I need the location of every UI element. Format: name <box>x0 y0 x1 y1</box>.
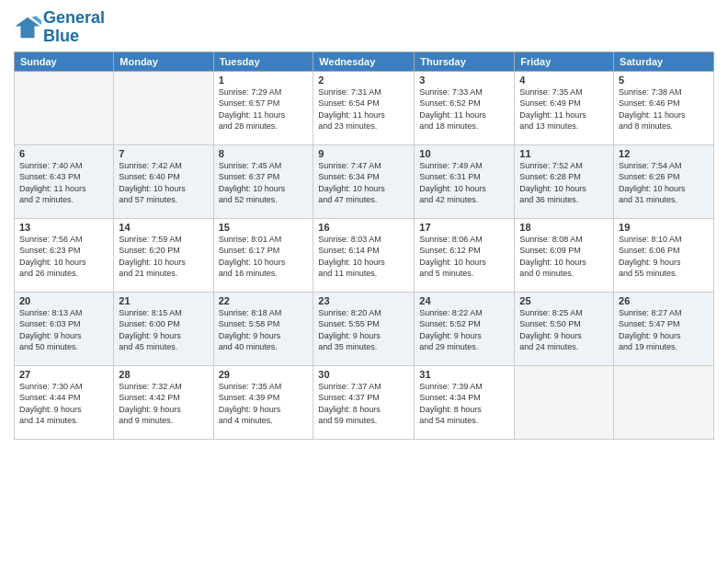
weekday-header-monday: Monday <box>114 52 213 71</box>
calendar-cell: 24Sunrise: 8:22 AM Sunset: 5:52 PM Dayli… <box>415 292 515 365</box>
day-info: Sunrise: 7:56 AM Sunset: 6:23 PM Dayligh… <box>19 234 108 280</box>
calendar-cell: 22Sunrise: 8:18 AM Sunset: 5:58 PM Dayli… <box>213 292 313 365</box>
calendar-cell: 23Sunrise: 8:20 AM Sunset: 5:55 PM Dayli… <box>313 292 415 365</box>
day-number: 14 <box>119 222 208 233</box>
day-number: 22 <box>219 295 309 306</box>
day-info: Sunrise: 7:31 AM Sunset: 6:54 PM Dayligh… <box>318 86 409 132</box>
page: General Blue SundayMondayTuesdayWednesda… <box>0 0 728 563</box>
weekday-header-tuesday: Tuesday <box>213 52 313 71</box>
calendar-cell <box>15 71 114 144</box>
day-info: Sunrise: 7:32 AM Sunset: 4:42 PM Dayligh… <box>119 381 208 427</box>
calendar-cell: 26Sunrise: 8:27 AM Sunset: 5:47 PM Dayli… <box>614 292 714 365</box>
day-info: Sunrise: 8:10 AM Sunset: 6:06 PM Dayligh… <box>619 234 709 280</box>
calendar-cell <box>614 365 714 439</box>
day-number: 26 <box>619 295 709 306</box>
day-info: Sunrise: 7:42 AM Sunset: 6:40 PM Dayligh… <box>119 160 208 206</box>
day-number: 7 <box>119 148 208 159</box>
calendar-cell: 13Sunrise: 7:56 AM Sunset: 6:23 PM Dayli… <box>15 218 114 292</box>
day-info: Sunrise: 7:35 AM Sunset: 4:39 PM Dayligh… <box>219 381 309 427</box>
day-number: 24 <box>419 295 509 306</box>
day-info: Sunrise: 7:59 AM Sunset: 6:20 PM Dayligh… <box>119 234 208 280</box>
day-info: Sunrise: 7:37 AM Sunset: 4:37 PM Dayligh… <box>318 381 409 427</box>
calendar-cell: 11Sunrise: 7:52 AM Sunset: 6:28 PM Dayli… <box>515 144 614 218</box>
calendar-cell <box>515 365 614 439</box>
calendar-cell: 6Sunrise: 7:40 AM Sunset: 6:43 PM Daylig… <box>15 144 114 218</box>
calendar-cell: 20Sunrise: 8:13 AM Sunset: 6:03 PM Dayli… <box>15 292 114 365</box>
calendar-cell: 28Sunrise: 7:32 AM Sunset: 4:42 PM Dayli… <box>114 365 213 439</box>
day-info: Sunrise: 8:13 AM Sunset: 6:03 PM Dayligh… <box>19 307 108 353</box>
day-number: 16 <box>318 222 409 233</box>
day-info: Sunrise: 8:27 AM Sunset: 5:47 PM Dayligh… <box>619 307 709 353</box>
day-number: 19 <box>619 222 709 233</box>
day-info: Sunrise: 8:25 AM Sunset: 5:50 PM Dayligh… <box>519 307 609 353</box>
calendar-cell: 29Sunrise: 7:35 AM Sunset: 4:39 PM Dayli… <box>213 365 313 439</box>
day-info: Sunrise: 8:03 AM Sunset: 6:14 PM Dayligh… <box>318 234 409 280</box>
day-number: 10 <box>419 148 509 159</box>
calendar-cell: 31Sunrise: 7:39 AM Sunset: 4:34 PM Dayli… <box>415 365 515 439</box>
calendar-cell <box>114 71 213 144</box>
day-info: Sunrise: 7:40 AM Sunset: 6:43 PM Dayligh… <box>19 160 108 206</box>
calendar-cell: 1Sunrise: 7:29 AM Sunset: 6:57 PM Daylig… <box>213 71 313 144</box>
day-info: Sunrise: 8:01 AM Sunset: 6:17 PM Dayligh… <box>219 234 309 280</box>
calendar-cell: 19Sunrise: 8:10 AM Sunset: 6:06 PM Dayli… <box>614 218 714 292</box>
day-number: 5 <box>619 75 709 86</box>
day-info: Sunrise: 7:45 AM Sunset: 6:37 PM Dayligh… <box>219 160 309 206</box>
day-number: 8 <box>219 148 309 159</box>
day-info: Sunrise: 8:18 AM Sunset: 5:58 PM Dayligh… <box>219 307 309 353</box>
day-number: 17 <box>419 222 509 233</box>
calendar-table: SundayMondayTuesdayWednesdayThursdayFrid… <box>14 52 714 440</box>
calendar-week-row: 27Sunrise: 7:30 AM Sunset: 4:44 PM Dayli… <box>15 365 714 439</box>
day-info: Sunrise: 7:33 AM Sunset: 6:52 PM Dayligh… <box>419 86 509 132</box>
weekday-header-friday: Friday <box>515 52 614 71</box>
logo-text: General Blue <box>43 9 105 46</box>
calendar-cell: 10Sunrise: 7:49 AM Sunset: 6:31 PM Dayli… <box>415 144 515 218</box>
day-number: 13 <box>19 222 108 233</box>
calendar-week-row: 1Sunrise: 7:29 AM Sunset: 6:57 PM Daylig… <box>15 71 714 144</box>
day-number: 30 <box>318 369 409 380</box>
calendar-week-row: 20Sunrise: 8:13 AM Sunset: 6:03 PM Dayli… <box>15 292 714 365</box>
weekday-header-wednesday: Wednesday <box>313 52 415 71</box>
day-number: 3 <box>419 75 509 86</box>
day-number: 25 <box>519 295 609 306</box>
calendar-cell: 30Sunrise: 7:37 AM Sunset: 4:37 PM Dayli… <box>313 365 415 439</box>
day-info: Sunrise: 8:08 AM Sunset: 6:09 PM Dayligh… <box>519 234 609 280</box>
calendar-cell: 2Sunrise: 7:31 AM Sunset: 6:54 PM Daylig… <box>313 71 415 144</box>
calendar-cell: 8Sunrise: 7:45 AM Sunset: 6:37 PM Daylig… <box>213 144 313 218</box>
logo-icon <box>14 14 41 41</box>
day-info: Sunrise: 7:47 AM Sunset: 6:34 PM Dayligh… <box>318 160 409 206</box>
weekday-header-row: SundayMondayTuesdayWednesdayThursdayFrid… <box>15 52 714 71</box>
day-info: Sunrise: 8:15 AM Sunset: 6:00 PM Dayligh… <box>119 307 208 353</box>
day-info: Sunrise: 7:39 AM Sunset: 4:34 PM Dayligh… <box>419 381 509 427</box>
day-number: 2 <box>318 75 409 86</box>
day-number: 28 <box>119 369 208 380</box>
day-number: 18 <box>519 222 609 233</box>
day-number: 27 <box>19 369 108 380</box>
calendar-cell: 17Sunrise: 8:06 AM Sunset: 6:12 PM Dayli… <box>415 218 515 292</box>
day-number: 20 <box>19 295 108 306</box>
weekday-header-saturday: Saturday <box>614 52 714 71</box>
day-number: 12 <box>619 148 709 159</box>
calendar-cell: 4Sunrise: 7:35 AM Sunset: 6:49 PM Daylig… <box>515 71 614 144</box>
day-number: 23 <box>318 295 409 306</box>
weekday-header-sunday: Sunday <box>15 52 114 71</box>
day-number: 15 <box>219 222 309 233</box>
header: General Blue <box>14 9 714 46</box>
day-number: 21 <box>119 295 208 306</box>
calendar-cell: 18Sunrise: 8:08 AM Sunset: 6:09 PM Dayli… <box>515 218 614 292</box>
calendar-cell: 15Sunrise: 8:01 AM Sunset: 6:17 PM Dayli… <box>213 218 313 292</box>
day-number: 11 <box>519 148 609 159</box>
calendar-week-row: 13Sunrise: 7:56 AM Sunset: 6:23 PM Dayli… <box>15 218 714 292</box>
calendar-cell: 9Sunrise: 7:47 AM Sunset: 6:34 PM Daylig… <box>313 144 415 218</box>
weekday-header-thursday: Thursday <box>415 52 515 71</box>
calendar-cell: 25Sunrise: 8:25 AM Sunset: 5:50 PM Dayli… <box>515 292 614 365</box>
calendar-cell: 16Sunrise: 8:03 AM Sunset: 6:14 PM Dayli… <box>313 218 415 292</box>
day-info: Sunrise: 7:29 AM Sunset: 6:57 PM Dayligh… <box>219 86 309 132</box>
day-number: 1 <box>219 75 309 86</box>
day-number: 29 <box>219 369 309 380</box>
day-info: Sunrise: 8:06 AM Sunset: 6:12 PM Dayligh… <box>419 234 509 280</box>
day-info: Sunrise: 7:38 AM Sunset: 6:46 PM Dayligh… <box>619 86 709 132</box>
calendar-cell: 5Sunrise: 7:38 AM Sunset: 6:46 PM Daylig… <box>614 71 714 144</box>
calendar-cell: 7Sunrise: 7:42 AM Sunset: 6:40 PM Daylig… <box>114 144 213 218</box>
day-number: 6 <box>19 148 108 159</box>
day-number: 31 <box>419 369 509 380</box>
